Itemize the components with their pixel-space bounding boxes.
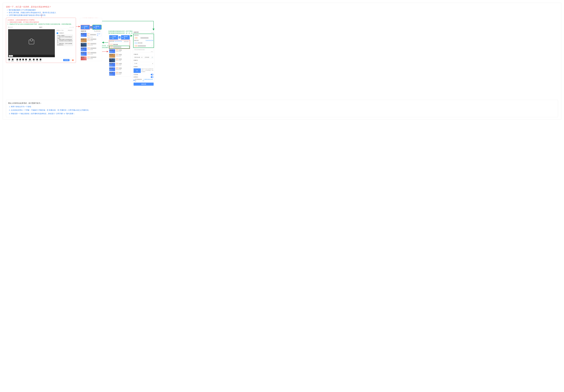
- submit-create-button[interactable]: 创建直播: [134, 83, 154, 86]
- policy-link[interactable]: 《小鹅通直播运营规范》: [143, 79, 154, 82]
- redbox-cap2: 1、直播名称都无法编辑，并不满足分享给C端的目的: [7, 21, 74, 23]
- toggle-portrait[interactable]: [151, 76, 154, 78]
- agree-text: 我已阅读并同意: [135, 79, 142, 82]
- date-picker[interactable]: 2023-04-06🗓: [134, 56, 143, 59]
- annotated-canvas: 点左侧热区，会直接创建直播并进入开播界面 1、直播名称都无法编辑，并不满足分享给…: [6, 18, 558, 97]
- intro-bullets: 预约直播的概率小于立即直播的概率 常常立即开播，开播后当即分享链接给学员，要求学…: [6, 9, 558, 16]
- chat-settings[interactable]: 弹幕设置 ✎: [68, 30, 73, 31]
- agree-checkbox[interactable]: ✓: [134, 80, 135, 81]
- intro-bullet: 预约直播的概率小于立即直播的概率: [9, 9, 558, 11]
- duration-label: 直播时长: [134, 60, 154, 61]
- live-item[interactable]: 已结束讲师████02-28 18:00: [109, 67, 130, 71]
- live-item[interactable]: 已结束讲师████03-22 16:30: [109, 63, 130, 67]
- tool-desktopshare[interactable]: 桌面共享: [28, 59, 32, 62]
- tool-audio[interactable]: 声音: [8, 59, 10, 62]
- live-item[interactable]: 已结束 讲师████████03-22 16:30: [81, 47, 101, 51]
- book-live-button[interactable]: 🗎 预约直播: [93, 25, 101, 29]
- tool-settings[interactable]: 设置: [33, 59, 35, 62]
- tool-camera[interactable]: 摄像头: [11, 59, 14, 62]
- live-list-panel: ⚡ 快速直播 ▾ 🗎 预约直播 直播列表 🔍 搜索直播 已结束 讲师██████…: [80, 18, 102, 61]
- toggle-playback[interactable]: [151, 74, 154, 75]
- live-item[interactable]: 已结束讲师████03-21 15:50: [109, 58, 130, 62]
- time-label: 开播时间: [134, 54, 154, 55]
- page-root: 设想一下，自己是一名讲师，是否会出现这3种情况？ 预约直播的概率小于立即直播的概…: [3, 3, 561, 120]
- mini-icon-a[interactable]: [70, 59, 71, 61]
- cover-hint: 建议尺寸750*422或者比例16:9，小于5MB的jpg、png格式图片: [141, 68, 154, 73]
- cover-upload[interactable]: ▶: [134, 68, 141, 73]
- book-live-button-2[interactable]: 🗎 预约直播: [121, 35, 130, 40]
- summary-item: 点击按钮后弹出一个弹窗：可编辑① 开播店铺、② 直播名称、③ 开播时间（立即开播…: [11, 109, 556, 112]
- summary-item: 弹窗底部一个确认级按钮（按开播时间选择情况，按钮显示 “立即开播” or “预约…: [11, 112, 556, 115]
- search-input[interactable]: 🔍 搜索直播: [93, 30, 101, 32]
- live-name-input[interactable]: 歌歌老师教授的直播0/50: [134, 48, 154, 53]
- live-item[interactable]: 已结束讲师████04-06 14:27: [109, 49, 130, 53]
- bot-avatar-icon: [56, 32, 58, 34]
- summary-lead: 将以上内容结合起来考虑，设计思路可改为：: [8, 101, 556, 105]
- store-opt-shop[interactable]: 店铺██████████✓: [110, 46, 129, 48]
- store-selected[interactable]: 店铺██████████⌃: [134, 36, 153, 39]
- store-help-link[interactable]: ⓘ如何添加店铺: [114, 40, 122, 43]
- stage-bottom-bar: 主讲人: [8, 55, 55, 57]
- live-list-title: 直播列表: [81, 30, 86, 32]
- summary-item: 将两个按钮合并为一个按钮: [11, 105, 556, 108]
- intro-bullet: 常常立即开播，开播后当即分享链接给学员，要求学员立刻进入: [9, 12, 558, 14]
- live-item[interactable]: 已结束 讲师████████03-22 16:30: [81, 43, 101, 47]
- store-label: 选择店铺: [110, 40, 114, 43]
- toggle-portrait-label: 竖屏模式: [134, 76, 138, 78]
- store-opt-personal-2[interactable]: 个人我的直播: [134, 42, 153, 44]
- tool-bar[interactable]: 工具栏: [36, 59, 39, 62]
- broadcast-window-redbox: 点左侧热区，会直接创建直播并进入开播界面 1、直播名称都无法编辑，并不满足分享给…: [6, 18, 76, 63]
- chat-tab-dm[interactable]: 私信: [61, 30, 64, 31]
- video-stage: [8, 29, 55, 55]
- tool-share[interactable]: 分享: [22, 59, 24, 62]
- chat-tab-live[interactable]: 直播互动: [56, 30, 61, 31]
- redbox-cap1: 点左侧热区，会直接创建直播并进入开播界面: [7, 19, 74, 21]
- store-opt-personal[interactable]: 个人我的直播: [110, 43, 129, 46]
- quick-live-more-2[interactable]: ▾: [119, 36, 121, 39]
- intro-bullet: 立即开播时连直播名称都不修改就分享给C端学员: [9, 14, 558, 16]
- tool-members[interactable]: 成员: [25, 59, 27, 62]
- quick-live-more-button[interactable]: ▾: [90, 26, 92, 28]
- duration-picker[interactable]: 2小时▾: [134, 62, 154, 65]
- lead-question: 设想一下，自己是一名讲师，是否会出现这3种情况？: [6, 6, 558, 8]
- chat-panel: 直播互动 私信 弹幕设置 ✎ 小鹅通助手： 欢迎来人直播间！ 1、项目打赏对不停…: [56, 29, 74, 57]
- search-input-2[interactable]: 搜索直播: [123, 40, 129, 43]
- tool-screen[interactable]: 屏幕: [16, 59, 18, 62]
- create-live-panel: 创建直播 — × 所属店铺 店铺██████████⌃ 选择店铺ⓘ如何添加店铺 …: [133, 30, 155, 87]
- fld-store-label: 所属店铺: [134, 34, 153, 36]
- live-item[interactable]: 已结束讲师████02-28 18:00: [109, 72, 130, 76]
- time-picker[interactable]: 22:00:00🕒: [144, 56, 154, 59]
- tool-more[interactable]: 更多: [40, 59, 41, 62]
- chat-bubble: 欢迎来人直播间！ 1、项目打赏对不停机换直播会议功能态； 2、直播开直播可以讲前…: [56, 35, 73, 46]
- store-picker-panel: ⚡ 快速直播 ▾ 🗎 预约直播 选择店铺 ⓘ如何添加店铺 搜索直播 个人我的直播…: [108, 34, 131, 76]
- enter-live-button[interactable]: 进入直播: [96, 33, 101, 36]
- studio-toolbar: 声音 摄像头 屏幕 白板 分享 成员 桌面共享 设置 工具栏 更多 开始直播: [7, 58, 74, 62]
- cover-label: 封面图片: [134, 66, 154, 68]
- close-icon[interactable]: — ×: [151, 32, 154, 33]
- window-controls[interactable]: ⤢ — □ ×: [69, 27, 74, 28]
- studio-topleft: 风 2 凸 0: [8, 27, 13, 28]
- studio-title: 直播中 ·: [39, 27, 43, 28]
- studio-window: 风 2 凸 0 直播中 · ⤢ — □ × 主讲人: [7, 26, 74, 62]
- create-title: 创建直播: [134, 31, 138, 33]
- store-help-link-2[interactable]: ⓘ如何添加店铺: [145, 40, 153, 41]
- quick-live-button-2[interactable]: ⚡ 快速直播: [109, 35, 118, 40]
- camera-icon: [29, 40, 34, 44]
- start-live-button[interactable]: 开始直播: [63, 59, 69, 61]
- store-pick-label: 选择店铺: [134, 40, 138, 41]
- toggle-playback-label: 开启回放: [134, 74, 138, 75]
- live-item[interactable]: 已结束 讲师████████进入直播 03-21 15:50: [81, 33, 101, 38]
- store-opt-shop-2[interactable]: 店铺██████████✓: [134, 45, 153, 47]
- tool-whiteboard[interactable]: 白板: [19, 59, 21, 62]
- live-item[interactable]: 已结束讲师████04-06 14:27: [109, 54, 130, 58]
- live-item[interactable]: 已结束 讲师████████02-28 14:00: [81, 38, 101, 42]
- redbox-cap3: 2、B端意识不到"自己是在之前选择的店铺中开播"（虽然悬浮有浮框显示当前选择的店…: [7, 23, 74, 25]
- presenter-pill: 主讲人: [9, 55, 13, 57]
- quick-live-button[interactable]: ⚡ 快速直播: [81, 25, 90, 29]
- live-item[interactable]: 已结束 讲师████████03-21 15:50: [81, 56, 101, 60]
- store-bag-icon[interactable]: [72, 59, 74, 61]
- bot-name: 小鹅通助手：: [59, 32, 65, 34]
- live-item[interactable]: 已结束 讲师████████03-22 16:30: [81, 52, 101, 56]
- summary-box: 将以上内容结合起来考虑，设计思路可改为： 将两个按钮合并为一个按钮 点击按钮后弹…: [6, 100, 558, 117]
